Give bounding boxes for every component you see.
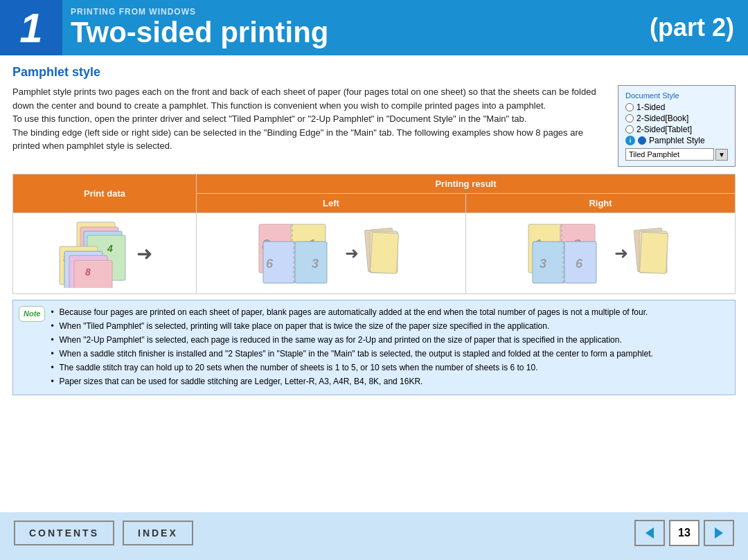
label-pamphlet: Pamphlet Style (649, 136, 705, 145)
svg-text:4: 4 (107, 243, 113, 254)
note-item-5: The saddle stitch tray can hold up to 20… (51, 361, 652, 374)
label-2sided-tablet: 2-Sided[Tablet] (636, 125, 692, 134)
doc-style-option-pamphlet[interactable]: i Pamphlet Style (625, 136, 728, 145)
note-item-1: Because four pages are printed on each s… (51, 306, 652, 318)
radio-1sided[interactable] (625, 103, 634, 111)
doc-style-option-2sided-tablet[interactable]: 2-Sided[Tablet] (625, 125, 728, 134)
contents-button[interactable]: CONTENTS (14, 521, 114, 545)
header-title: Two-sided printing (71, 17, 650, 48)
right-folded-svg (632, 226, 674, 281)
svg-marker-43 (715, 527, 723, 539)
pages-stack-svg: 1 2 3 4 5 6 (56, 219, 132, 288)
arrow-icon-3: ➜ (614, 244, 628, 263)
svg-rect-41 (640, 232, 668, 273)
page-number: 13 (669, 520, 700, 546)
main-content: Pamphlet style Pamphlet style prints two… (0, 55, 748, 512)
svg-text:8: 8 (85, 267, 91, 278)
note-box: Note Because four pages are printed on e… (12, 300, 736, 395)
dropdown-arrow-icon[interactable]: ▼ (715, 149, 728, 161)
section-title: Pamphlet style (12, 65, 736, 80)
note-item-4: When a saddle stitch finisher is install… (51, 347, 652, 360)
left-pamphlet-svg: 8 1 6 3 (258, 221, 341, 287)
pamphlet-dropdown[interactable]: Tiled Pamphlet (625, 148, 714, 161)
right-result-cell: 1 8 3 6 ➜ (465, 213, 735, 294)
radio-2sided-book[interactable] (625, 114, 634, 123)
note-item-6: Paper sizes that can be used for saddle … (51, 375, 652, 388)
radio-2sided-tablet[interactable] (625, 125, 634, 134)
label-2sided-book: 2-Sided[Book] (636, 114, 688, 123)
doc-style-option-1sided[interactable]: 1-Sided (625, 102, 728, 112)
svg-text:6: 6 (266, 257, 274, 271)
content-area: Pamphlet style prints two pages each on … (12, 85, 736, 167)
header-text-block: PRINTING FROM WINDOWS Two-sided printing (62, 0, 650, 55)
svg-rect-14 (74, 260, 112, 288)
chapter-number: 1 (0, 0, 62, 55)
index-button[interactable]: INDEX (123, 521, 193, 545)
prev-button[interactable] (634, 520, 665, 546)
doc-style-option-2sided-book[interactable]: 2-Sided[Book] (625, 114, 728, 123)
left-folded-svg (363, 226, 404, 281)
doc-style-title: Document Style (625, 91, 728, 100)
note-item-3: When "2-Up Pamphlet" is selected, each p… (51, 334, 652, 346)
left-result-cell: 8 1 6 3 ➜ (196, 213, 465, 294)
header-part: (part 2) (650, 0, 748, 55)
printing-result-header: Printing result (196, 174, 735, 194)
svg-text:3: 3 (540, 257, 546, 271)
body-text: Pamphlet style prints two pages each on … (12, 85, 607, 153)
page-header: 1 PRINTING FROM WINDOWS Two-sided printi… (0, 0, 748, 55)
right-column-header: Right (465, 194, 735, 213)
print-data-illustration: 1 2 3 4 5 6 (19, 219, 190, 288)
table-row: 1 2 3 4 5 6 (13, 213, 736, 294)
svg-text:3: 3 (312, 257, 319, 271)
label-1sided: 1-Sided (636, 102, 665, 112)
page-footer: CONTENTS INDEX 13 (0, 512, 748, 554)
left-column-header: Left (196, 194, 465, 213)
right-result-illustration: 1 8 3 6 ➜ (472, 221, 729, 287)
left-result-illustration: 8 1 6 3 ➜ (202, 221, 460, 287)
right-pamphlet-svg: 1 8 3 6 (527, 221, 610, 287)
svg-rect-34 (533, 242, 564, 283)
header-subtitle: PRINTING FROM WINDOWS (71, 7, 650, 17)
note-icon-text: Note (24, 309, 40, 318)
radio-pamphlet[interactable] (638, 136, 646, 145)
info-icon: i (625, 136, 635, 145)
print-data-cell: 1 2 3 4 5 6 (13, 213, 197, 294)
next-button[interactable] (704, 520, 734, 546)
note-item-2: When "Tiled Pamphlet" is selected, print… (51, 320, 652, 332)
footer-navigation: 13 (634, 520, 734, 546)
arrow-icon-1: ➜ (136, 242, 152, 265)
svg-marker-42 (645, 527, 654, 539)
pamphlet-dropdown-row[interactable]: Tiled Pamphlet ▼ (625, 148, 728, 161)
note-list: Because four pages are printed on each s… (51, 306, 652, 389)
prev-icon (643, 526, 657, 540)
svg-rect-23 (295, 242, 327, 283)
svg-text:6: 6 (576, 257, 583, 271)
print-data-header: Print data (13, 174, 197, 213)
svg-rect-28 (371, 232, 399, 273)
document-style-box: Document Style 1-Sided 2-Sided[Book] 2-S… (618, 85, 736, 167)
note-icon: Note (19, 306, 45, 322)
arrow-icon-2: ➜ (345, 244, 359, 263)
print-table: Print data Printing result Left Right 1 (12, 174, 736, 294)
next-icon (712, 526, 726, 540)
